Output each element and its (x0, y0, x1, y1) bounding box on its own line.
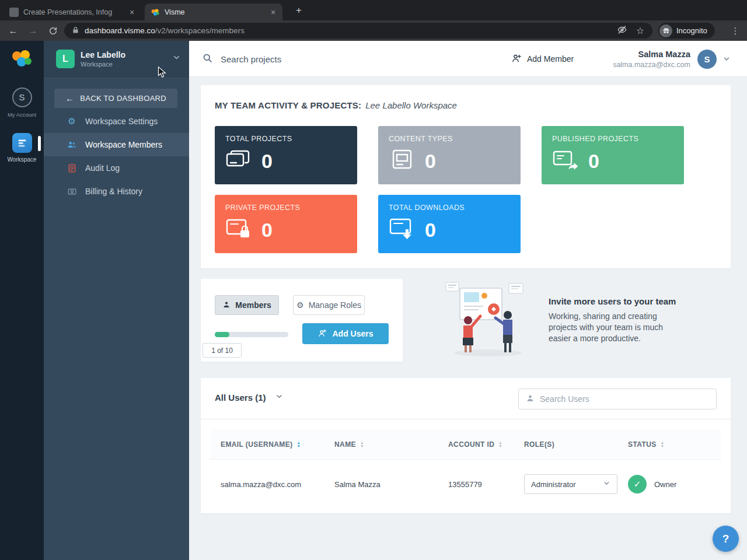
tab-bar: Create Presentations, Infog × Visme × + (0, 0, 747, 20)
role-value: Administrator (531, 480, 576, 489)
invite-illustration (438, 278, 538, 358)
column-label: ROLE(S) (524, 440, 554, 449)
refresh-icon[interactable] (45, 23, 61, 38)
stat-value: 0 (425, 149, 436, 173)
add-member-button[interactable]: Add Member (511, 41, 574, 77)
browser-back-button[interactable]: ← (5, 23, 21, 38)
content-window-icon (389, 148, 416, 174)
page-content: MY TEAM ACTIVITY & PROJECTS:Lee Labello … (189, 77, 747, 560)
gear-icon: ⚙ (296, 300, 304, 310)
members-card: Members ⚙ Manage Roles 1 of 10 Add Users (201, 279, 403, 362)
eye-off-icon[interactable] (617, 24, 627, 37)
stat-total-downloads: TOTAL DOWNLOADS 0 (378, 195, 521, 253)
projects-stack-icon (225, 148, 252, 174)
gear-icon: ⚙ (66, 116, 78, 127)
search-users-input[interactable] (540, 394, 709, 404)
tab-create-presentations[interactable]: Create Presentations, Infog × (4, 4, 141, 20)
sort-icon: ▲▼ (498, 441, 502, 448)
private-lock-icon (225, 217, 252, 243)
incognito-label: Incognito (676, 26, 707, 35)
rail-label: Workspace (0, 156, 44, 163)
rail-item-my-account[interactable]: S My Account (0, 88, 44, 118)
workspace-switcher[interactable]: L Lee Labello Workspace (44, 41, 189, 77)
url-text: dashboard.visme.co/v2/workspaces/members (85, 26, 617, 35)
sidebar-item-workspace-settings[interactable]: ⚙ Workspace Settings (44, 110, 189, 133)
activity-title-row: MY TEAM ACTIVITY & PROJECTS:Lee Labello … (215, 100, 457, 110)
bookmark-star-icon[interactable]: ☆ (636, 26, 644, 36)
url-path: /v2/workspaces/members (155, 26, 245, 35)
sidebar-item-label: Workspace Members (85, 140, 162, 149)
rail-item-workspace[interactable]: Workspace (0, 133, 44, 163)
help-button[interactable]: ? (713, 526, 739, 552)
column-status[interactable]: STATUS ▲▼ (628, 429, 664, 460)
add-member-icon (511, 53, 522, 65)
column-account-id[interactable]: ACCOUNT ID ▲▼ (448, 429, 502, 460)
users-card: All Users (1) EMAIL (USERNAME) ▲▼ NAME (201, 378, 731, 513)
person-icon (222, 300, 231, 310)
account-menu[interactable]: Salma Mazza salma.mazza@dxc.com S (613, 41, 731, 77)
tab-title: Visme (165, 8, 264, 16)
chevron-down-icon (722, 55, 731, 63)
status-check-icon: ✓ (628, 475, 647, 494)
column-email[interactable]: EMAIL (USERNAME) ▲▼ (221, 429, 301, 460)
active-indicator (38, 136, 41, 151)
sidebar-item-billing-history[interactable]: Billing & History (44, 180, 189, 203)
stat-value: 0 (261, 218, 273, 242)
stat-value: 0 (588, 149, 599, 173)
all-users-filter[interactable]: All Users (1) (215, 392, 284, 402)
cell-email: salma.mazza@dxc.com (221, 460, 301, 509)
stat-label: PUBLISHED PROJECTS (552, 135, 673, 143)
stat-label: TOTAL DOWNLOADS (389, 204, 510, 212)
page-title: MY TEAM ACTIVITY & PROJECTS: (215, 100, 361, 110)
url-domain: dashboard.visme.co (85, 26, 155, 35)
close-tab-icon[interactable]: × (268, 8, 278, 17)
visme-logo[interactable] (10, 48, 33, 69)
stat-published-projects: PUBLISHED PROJECTS 0 (542, 126, 684, 184)
add-users-label: Add Users (332, 329, 373, 338)
incognito-icon (659, 24, 672, 37)
tab-visme[interactable]: Visme × (145, 4, 282, 20)
lock-icon (72, 26, 79, 36)
table-header: EMAIL (USERNAME) ▲▼ NAME ▲▼ ACCOUNT ID ▲… (210, 429, 721, 460)
url-bar[interactable]: dashboard.visme.co/v2/workspaces/members… (64, 23, 652, 38)
search-projects-input[interactable] (221, 54, 355, 64)
user-name: Salma Mazza (613, 50, 690, 59)
tab-title: Create Presentations, Infog (23, 8, 123, 16)
stat-label: TOTAL PROJECTS (225, 135, 347, 143)
divider (201, 419, 731, 419)
sidebar-item-label: Audit Log (85, 163, 120, 173)
column-label: NAME (334, 440, 356, 449)
seats-progress-fill (215, 332, 229, 337)
add-users-button[interactable]: Add Users (302, 323, 389, 344)
sidebar-item-audit-log[interactable]: Audit Log (44, 156, 189, 180)
sidebar-item-label: Workspace Settings (85, 117, 158, 126)
workspace-sidebar: L Lee Labello Workspace ← BACK TO DASHBO… (44, 41, 189, 560)
search-projects (202, 41, 355, 77)
tab-members[interactable]: Members (215, 295, 279, 315)
close-tab-icon[interactable]: × (127, 8, 137, 17)
chevron-down-icon (603, 480, 610, 489)
sort-icon: ▲▼ (661, 441, 665, 448)
sidebar-item-workspace-members[interactable]: Workspace Members (44, 133, 189, 156)
tab-manage-roles[interactable]: ⚙ Manage Roles (293, 295, 365, 315)
back-to-dashboard-button[interactable]: ← BACK TO DASHBOARD (54, 89, 177, 108)
audit-log-icon (66, 163, 78, 173)
role-select[interactable]: Administrator (524, 474, 617, 494)
seats-quota-badge: 1 of 10 (203, 343, 242, 358)
tab-label: Manage Roles (309, 300, 361, 310)
invite-text: Invite more users to your team Working, … (549, 296, 685, 344)
sidebar-item-label: Billing & History (85, 187, 142, 196)
sort-icon: ▲▼ (297, 441, 301, 448)
filter-label: All Users (1) (215, 393, 266, 402)
workspace-avatar: L (56, 50, 75, 68)
url-actions: ☆ (617, 24, 644, 37)
browser-menu-icon[interactable]: ⋮ (729, 25, 741, 37)
workspace-names: Lee Labello Workspace (81, 50, 172, 68)
new-tab-button[interactable]: + (292, 4, 306, 18)
billing-icon (66, 187, 78, 197)
sort-icon: ▲▼ (360, 441, 364, 448)
cell-name: Salma Mazza (334, 460, 381, 509)
column-name[interactable]: NAME ▲▼ (334, 429, 364, 460)
search-users-field (518, 388, 717, 410)
users-icon (66, 139, 78, 150)
